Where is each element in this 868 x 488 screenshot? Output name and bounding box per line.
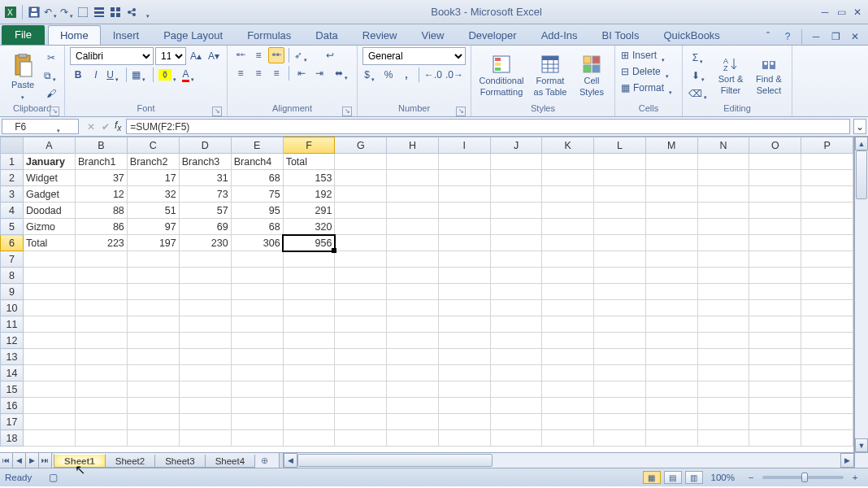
cell-J4[interactable] (490, 203, 542, 219)
zoom-level[interactable]: 100% (711, 473, 735, 482)
cell-A7[interactable] (23, 251, 75, 268)
cell-K17[interactable] (542, 414, 594, 430)
row-header-7[interactable]: 7 (1, 251, 24, 268)
cell-B14[interactable] (75, 365, 127, 381)
cell-C11[interactable] (127, 316, 179, 333)
cell-A1[interactable]: January (23, 154, 75, 170)
cell-P12[interactable] (801, 333, 853, 349)
split-box[interactable] (854, 453, 868, 468)
cell-I4[interactable] (438, 203, 490, 219)
cell-D12[interactable] (179, 333, 231, 349)
col-header-H[interactable]: H (387, 137, 439, 154)
cell-L1[interactable] (594, 154, 646, 170)
cell-L15[interactable] (594, 381, 646, 398)
cell-A10[interactable] (23, 300, 75, 316)
cell-O18[interactable] (749, 430, 801, 447)
cell-J1[interactable] (490, 154, 542, 170)
cell-K8[interactable] (542, 268, 594, 284)
cell-A14[interactable] (23, 365, 75, 381)
orientation-icon[interactable]: ➶ (293, 47, 310, 63)
comma-format-icon[interactable]: , (398, 67, 414, 83)
cell-N15[interactable] (697, 381, 749, 398)
cell-D13[interactable] (179, 349, 231, 365)
cell-A15[interactable] (23, 381, 75, 398)
cell-I5[interactable] (438, 219, 490, 235)
col-header-D[interactable]: D (179, 137, 231, 154)
cell-I11[interactable] (438, 316, 490, 333)
cell-C15[interactable] (127, 381, 179, 398)
cell-L10[interactable] (594, 300, 646, 316)
cell-F17[interactable] (283, 414, 335, 430)
zoom-in-icon[interactable]: + (847, 469, 863, 486)
cell-K9[interactable] (542, 284, 594, 300)
cell-P3[interactable] (801, 186, 853, 203)
format-as-table-button[interactable]: Formatas Table (529, 49, 571, 102)
cell-F10[interactable] (283, 300, 335, 316)
cell-C4[interactable]: 51 (127, 203, 179, 219)
cell-H18[interactable] (387, 430, 439, 447)
cell-B3[interactable]: 12 (75, 186, 127, 203)
cell-M10[interactable] (645, 300, 697, 316)
cell-J10[interactable] (490, 300, 542, 316)
cell-J14[interactable] (490, 365, 542, 381)
normal-view-icon[interactable]: ▦ (643, 471, 661, 484)
cell-M4[interactable] (645, 203, 697, 219)
cell-O15[interactable] (749, 381, 801, 398)
cell-F15[interactable] (283, 381, 335, 398)
qat-icon-2[interactable] (92, 5, 106, 20)
cell-J17[interactable] (490, 414, 542, 430)
cell-A2[interactable]: Widget (23, 170, 75, 186)
cell-D4[interactable]: 57 (179, 203, 231, 219)
row-header-12[interactable]: 12 (1, 333, 24, 349)
cell-P9[interactable] (801, 284, 853, 300)
cell-P16[interactable] (801, 398, 853, 414)
cell-A9[interactable] (23, 284, 75, 300)
spreadsheet-grid[interactable]: ABCDEFGHIJKLMNOP1JanuaryBranch1Branch2Br… (0, 137, 853, 447)
find-select-button[interactable]: Find &Select (751, 49, 787, 102)
cell-M16[interactable] (645, 398, 697, 414)
zoom-out-icon[interactable]: − (743, 469, 759, 486)
cell-E3[interactable]: 75 (231, 186, 283, 203)
undo-icon[interactable]: ↶ (43, 5, 58, 20)
cut-icon[interactable]: ✂ (43, 50, 59, 66)
increase-font-icon[interactable]: A▴ (188, 48, 204, 64)
cell-O4[interactable] (749, 203, 801, 219)
tab-insert[interactable]: Insert (101, 25, 152, 45)
tab-page-layout[interactable]: Page Layout (151, 25, 235, 45)
cell-H12[interactable] (387, 333, 439, 349)
cell-A12[interactable] (23, 333, 75, 349)
cell-P11[interactable] (801, 316, 853, 333)
align-bottom-icon[interactable]: ⬵ (268, 47, 284, 63)
cell-M7[interactable] (645, 251, 697, 268)
cell-L7[interactable] (594, 251, 646, 268)
scroll-down-icon[interactable]: ▼ (855, 438, 868, 452)
cell-P17[interactable] (801, 414, 853, 430)
cell-H4[interactable] (387, 203, 439, 219)
expand-formula-bar-icon[interactable]: ⌄ (853, 119, 866, 134)
last-sheet-icon[interactable]: ⏭ (39, 453, 52, 468)
format-cells-button[interactable]: ▦ Format (620, 80, 677, 96)
cell-J5[interactable] (490, 219, 542, 235)
row-header-10[interactable]: 10 (1, 300, 24, 316)
font-color-icon[interactable]: A (181, 67, 197, 83)
cell-B5[interactable]: 86 (75, 219, 127, 235)
col-header-K[interactable]: K (542, 137, 594, 154)
cell-K5[interactable] (542, 219, 594, 235)
cell-G6[interactable] (335, 235, 387, 251)
cell-O3[interactable] (749, 186, 801, 203)
cell-G1[interactable] (335, 154, 387, 170)
cell-G5[interactable] (335, 219, 387, 235)
tab-home[interactable]: Home (48, 25, 101, 45)
cell-L8[interactable] (594, 268, 646, 284)
cell-F6[interactable]: 956 (283, 235, 335, 251)
cell-M14[interactable] (645, 365, 697, 381)
cell-K14[interactable] (542, 365, 594, 381)
cell-F8[interactable] (283, 268, 335, 284)
cell-K16[interactable] (542, 398, 594, 414)
cell-L13[interactable] (594, 349, 646, 365)
cell-A13[interactable] (23, 349, 75, 365)
cell-C10[interactable] (127, 300, 179, 316)
tab-formulas[interactable]: Formulas (235, 25, 303, 45)
cell-E4[interactable]: 95 (231, 203, 283, 219)
align-center-icon[interactable]: ≡ (250, 65, 267, 81)
